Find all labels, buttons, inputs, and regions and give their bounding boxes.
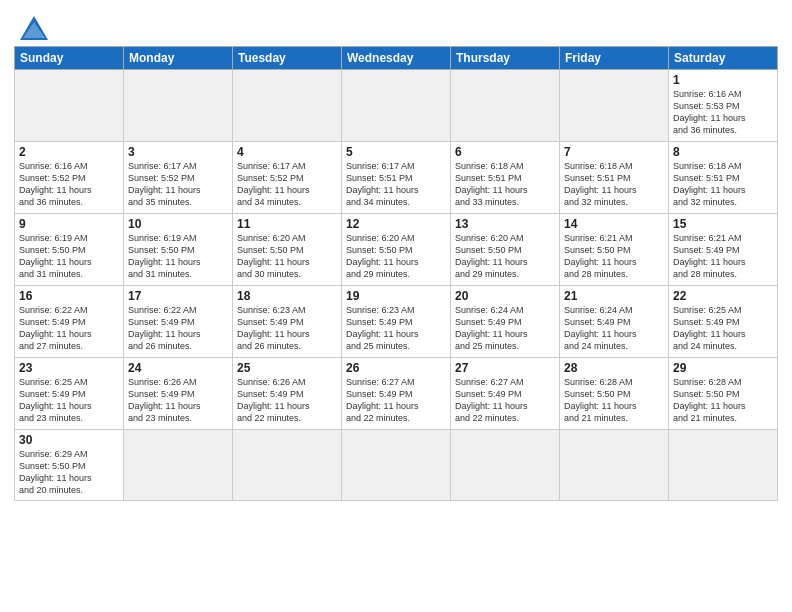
calendar-day-cell — [15, 70, 124, 142]
weekday-header-thursday: Thursday — [451, 47, 560, 70]
day-number: 3 — [128, 145, 228, 159]
calendar-day-cell: 3Sunrise: 6:17 AM Sunset: 5:52 PM Daylig… — [124, 142, 233, 214]
day-info: Sunrise: 6:28 AM Sunset: 5:50 PM Dayligh… — [564, 376, 664, 425]
calendar-day-cell: 27Sunrise: 6:27 AM Sunset: 5:49 PM Dayli… — [451, 358, 560, 430]
day-info: Sunrise: 6:21 AM Sunset: 5:49 PM Dayligh… — [673, 232, 773, 281]
day-info: Sunrise: 6:21 AM Sunset: 5:50 PM Dayligh… — [564, 232, 664, 281]
calendar-day-cell: 25Sunrise: 6:26 AM Sunset: 5:49 PM Dayli… — [233, 358, 342, 430]
day-info: Sunrise: 6:18 AM Sunset: 5:51 PM Dayligh… — [455, 160, 555, 209]
weekday-header-row: SundayMondayTuesdayWednesdayThursdayFrid… — [15, 47, 778, 70]
weekday-header-monday: Monday — [124, 47, 233, 70]
calendar-day-cell: 14Sunrise: 6:21 AM Sunset: 5:50 PM Dayli… — [560, 214, 669, 286]
calendar-day-cell — [124, 430, 233, 501]
calendar-day-cell — [560, 430, 669, 501]
day-info: Sunrise: 6:24 AM Sunset: 5:49 PM Dayligh… — [455, 304, 555, 353]
calendar-week-row: 23Sunrise: 6:25 AM Sunset: 5:49 PM Dayli… — [15, 358, 778, 430]
day-number: 11 — [237, 217, 337, 231]
logo — [14, 14, 50, 42]
calendar-week-row: 30Sunrise: 6:29 AM Sunset: 5:50 PM Dayli… — [15, 430, 778, 501]
calendar-day-cell — [233, 430, 342, 501]
day-info: Sunrise: 6:19 AM Sunset: 5:50 PM Dayligh… — [128, 232, 228, 281]
day-info: Sunrise: 6:19 AM Sunset: 5:50 PM Dayligh… — [19, 232, 119, 281]
day-info: Sunrise: 6:22 AM Sunset: 5:49 PM Dayligh… — [19, 304, 119, 353]
calendar-day-cell: 23Sunrise: 6:25 AM Sunset: 5:49 PM Dayli… — [15, 358, 124, 430]
day-number: 24 — [128, 361, 228, 375]
day-number: 5 — [346, 145, 446, 159]
calendar-day-cell: 1Sunrise: 6:16 AM Sunset: 5:53 PM Daylig… — [669, 70, 778, 142]
day-info: Sunrise: 6:23 AM Sunset: 5:49 PM Dayligh… — [237, 304, 337, 353]
day-info: Sunrise: 6:17 AM Sunset: 5:52 PM Dayligh… — [237, 160, 337, 209]
day-number: 20 — [455, 289, 555, 303]
calendar-day-cell: 12Sunrise: 6:20 AM Sunset: 5:50 PM Dayli… — [342, 214, 451, 286]
day-info: Sunrise: 6:16 AM Sunset: 5:52 PM Dayligh… — [19, 160, 119, 209]
day-number: 15 — [673, 217, 773, 231]
calendar-day-cell: 17Sunrise: 6:22 AM Sunset: 5:49 PM Dayli… — [124, 286, 233, 358]
calendar-day-cell: 22Sunrise: 6:25 AM Sunset: 5:49 PM Dayli… — [669, 286, 778, 358]
header — [14, 10, 778, 42]
weekday-header-saturday: Saturday — [669, 47, 778, 70]
weekday-header-tuesday: Tuesday — [233, 47, 342, 70]
day-number: 29 — [673, 361, 773, 375]
calendar-day-cell: 5Sunrise: 6:17 AM Sunset: 5:51 PM Daylig… — [342, 142, 451, 214]
calendar-week-row: 16Sunrise: 6:22 AM Sunset: 5:49 PM Dayli… — [15, 286, 778, 358]
calendar-day-cell: 2Sunrise: 6:16 AM Sunset: 5:52 PM Daylig… — [15, 142, 124, 214]
calendar-week-row: 1Sunrise: 6:16 AM Sunset: 5:53 PM Daylig… — [15, 70, 778, 142]
calendar-day-cell: 16Sunrise: 6:22 AM Sunset: 5:49 PM Dayli… — [15, 286, 124, 358]
calendar-day-cell — [451, 430, 560, 501]
calendar-day-cell: 4Sunrise: 6:17 AM Sunset: 5:52 PM Daylig… — [233, 142, 342, 214]
calendar-day-cell: 9Sunrise: 6:19 AM Sunset: 5:50 PM Daylig… — [15, 214, 124, 286]
day-number: 10 — [128, 217, 228, 231]
calendar-day-cell — [342, 430, 451, 501]
day-number: 19 — [346, 289, 446, 303]
calendar-day-cell: 11Sunrise: 6:20 AM Sunset: 5:50 PM Dayli… — [233, 214, 342, 286]
calendar-day-cell: 18Sunrise: 6:23 AM Sunset: 5:49 PM Dayli… — [233, 286, 342, 358]
day-number: 14 — [564, 217, 664, 231]
day-number: 2 — [19, 145, 119, 159]
day-number: 22 — [673, 289, 773, 303]
day-number: 16 — [19, 289, 119, 303]
day-number: 7 — [564, 145, 664, 159]
calendar-week-row: 2Sunrise: 6:16 AM Sunset: 5:52 PM Daylig… — [15, 142, 778, 214]
day-info: Sunrise: 6:20 AM Sunset: 5:50 PM Dayligh… — [346, 232, 446, 281]
logo-icon — [18, 14, 50, 42]
day-number: 23 — [19, 361, 119, 375]
day-info: Sunrise: 6:27 AM Sunset: 5:49 PM Dayligh… — [346, 376, 446, 425]
day-number: 18 — [237, 289, 337, 303]
day-number: 13 — [455, 217, 555, 231]
calendar-table: SundayMondayTuesdayWednesdayThursdayFrid… — [14, 46, 778, 501]
calendar-day-cell — [669, 430, 778, 501]
day-number: 9 — [19, 217, 119, 231]
calendar-day-cell: 29Sunrise: 6:28 AM Sunset: 5:50 PM Dayli… — [669, 358, 778, 430]
calendar-day-cell — [124, 70, 233, 142]
calendar-day-cell: 8Sunrise: 6:18 AM Sunset: 5:51 PM Daylig… — [669, 142, 778, 214]
day-number: 6 — [455, 145, 555, 159]
calendar-day-cell: 13Sunrise: 6:20 AM Sunset: 5:50 PM Dayli… — [451, 214, 560, 286]
calendar-day-cell: 30Sunrise: 6:29 AM Sunset: 5:50 PM Dayli… — [15, 430, 124, 501]
calendar-day-cell: 24Sunrise: 6:26 AM Sunset: 5:49 PM Dayli… — [124, 358, 233, 430]
calendar-day-cell: 26Sunrise: 6:27 AM Sunset: 5:49 PM Dayli… — [342, 358, 451, 430]
calendar-week-row: 9Sunrise: 6:19 AM Sunset: 5:50 PM Daylig… — [15, 214, 778, 286]
day-number: 1 — [673, 73, 773, 87]
calendar-day-cell: 19Sunrise: 6:23 AM Sunset: 5:49 PM Dayli… — [342, 286, 451, 358]
calendar-day-cell: 6Sunrise: 6:18 AM Sunset: 5:51 PM Daylig… — [451, 142, 560, 214]
day-info: Sunrise: 6:16 AM Sunset: 5:53 PM Dayligh… — [673, 88, 773, 137]
day-number: 21 — [564, 289, 664, 303]
day-number: 25 — [237, 361, 337, 375]
day-info: Sunrise: 6:24 AM Sunset: 5:49 PM Dayligh… — [564, 304, 664, 353]
calendar-day-cell — [560, 70, 669, 142]
calendar-day-cell — [233, 70, 342, 142]
calendar-day-cell: 28Sunrise: 6:28 AM Sunset: 5:50 PM Dayli… — [560, 358, 669, 430]
day-info: Sunrise: 6:20 AM Sunset: 5:50 PM Dayligh… — [237, 232, 337, 281]
day-number: 8 — [673, 145, 773, 159]
day-info: Sunrise: 6:23 AM Sunset: 5:49 PM Dayligh… — [346, 304, 446, 353]
day-number: 27 — [455, 361, 555, 375]
day-number: 30 — [19, 433, 119, 447]
weekday-header-sunday: Sunday — [15, 47, 124, 70]
day-number: 26 — [346, 361, 446, 375]
day-info: Sunrise: 6:26 AM Sunset: 5:49 PM Dayligh… — [237, 376, 337, 425]
day-info: Sunrise: 6:25 AM Sunset: 5:49 PM Dayligh… — [673, 304, 773, 353]
calendar-day-cell — [342, 70, 451, 142]
day-info: Sunrise: 6:29 AM Sunset: 5:50 PM Dayligh… — [19, 448, 119, 497]
day-info: Sunrise: 6:17 AM Sunset: 5:52 PM Dayligh… — [128, 160, 228, 209]
day-info: Sunrise: 6:18 AM Sunset: 5:51 PM Dayligh… — [673, 160, 773, 209]
